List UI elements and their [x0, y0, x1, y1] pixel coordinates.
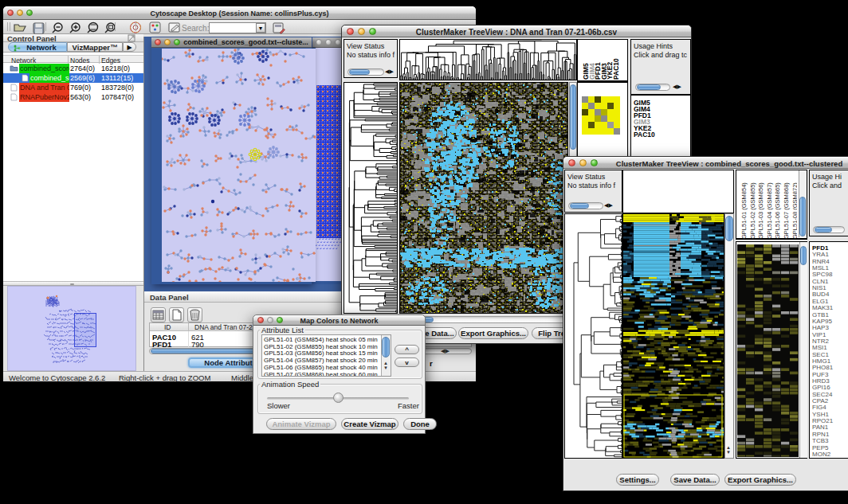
svg-text:GPL51-03 (GSM856): GPL51-03 (GSM856)	[757, 182, 764, 239]
svg-text:GPL51-06 (GSM865): GPL51-06 (GSM865)	[774, 182, 781, 239]
svg-text:GPL51-08 (GSM872): GPL51-08 (GSM872)	[791, 182, 797, 239]
svg-text:GPL51-07 (GSM868): GPL51-07 (GSM868)	[783, 182, 790, 239]
svg-text:GPL51-02 (GSM855): GPL51-02 (GSM855)	[749, 182, 756, 239]
svg-text:GPL51-01 (GSM854): GPL51-01 (GSM854)	[740, 182, 748, 239]
svg-text:PAC10: PAC10	[612, 58, 620, 80]
svg-text:GPL51-04 (GSM857): GPL51-04 (GSM857)	[766, 182, 773, 239]
